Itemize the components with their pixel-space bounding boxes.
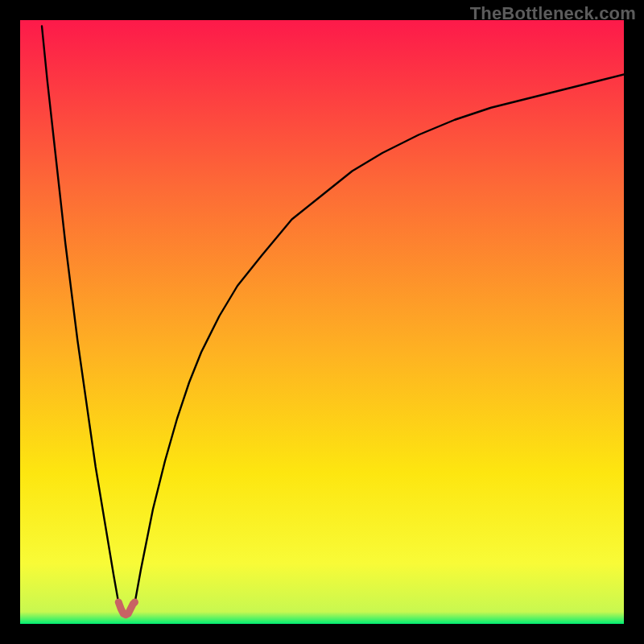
bottleneck-chart: [20, 20, 624, 624]
watermark-text: TheBottleneck.com: [470, 3, 636, 24]
chart-frame: TheBottleneck.com: [0, 0, 644, 644]
gradient-background: [20, 20, 624, 624]
